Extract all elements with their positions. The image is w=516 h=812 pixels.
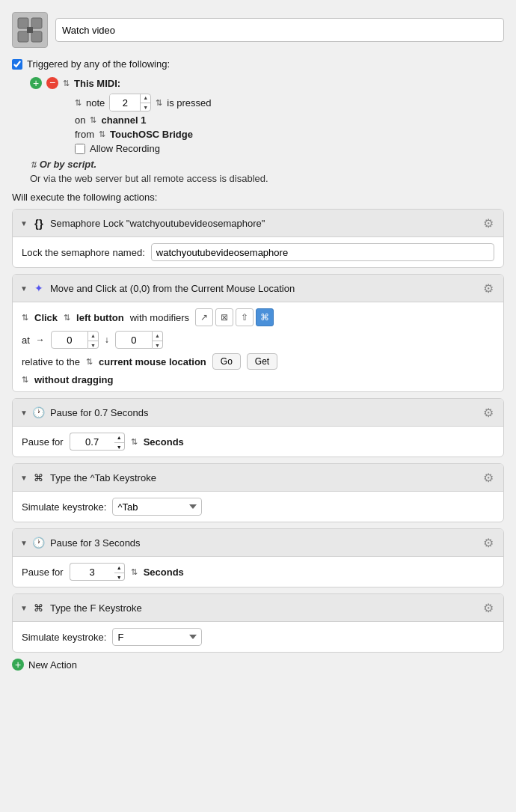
location-arrows: ⇅ [86, 357, 93, 367]
chevron-move-click[interactable]: ▼ [20, 284, 28, 293]
action-header-move-click: ▼ ✦ Move and Click at (0,0) from the Cur… [13, 275, 503, 302]
action-title-pause2: Pause for 3 Seconds [50, 537, 141, 549]
action-header-left: ▼ {} Semaphore Lock "watchyoutubevideose… [20, 216, 265, 230]
action-body-pause1: Pause for ▲ ▼ ⇅ Seconds [13, 427, 503, 457]
midi-section: + − ⇅ This MIDI: ⇅ note ▲ ▼ ⇅ is pressed… [30, 77, 504, 154]
modifiers-label: with modifiers [130, 312, 189, 323]
semaphore-row: Lock the semaphore named: [22, 243, 494, 261]
modifier-btn-ctrl[interactable]: ⊠ [215, 308, 233, 326]
pause1-stepper[interactable]: ▲ ▼ [114, 433, 125, 451]
gear-icon-type-f[interactable]: ⚙ [481, 600, 496, 615]
semaphore-input[interactable] [151, 243, 494, 261]
pause1-up[interactable]: ▲ [114, 433, 124, 443]
x-input[interactable] [51, 331, 88, 349]
action-body-semaphore: Lock the semaphore named: [13, 237, 503, 267]
chevron-pause1[interactable]: ▼ [20, 409, 28, 417]
gear-icon-pause1[interactable]: ⚙ [481, 405, 496, 420]
button-label: left button [76, 312, 124, 323]
pause1-input-wrap: ▲ ▼ [70, 433, 125, 451]
coords-row: at → ▲ ▼ ↓ ▲ ▼ [22, 331, 494, 349]
x-stepper[interactable]: ▲ ▼ [88, 331, 99, 349]
action-title-pause1: Pause for 0.7 Seconds [50, 407, 149, 418]
action-header-type-tab: ▼ ⌘ Type the ^Tab Keystroke ⚙ [13, 464, 503, 492]
drag-label: without dragging [34, 374, 113, 385]
x-down[interactable]: ▼ [88, 341, 98, 350]
is-pressed-label: ⇅ [156, 98, 162, 108]
chevron-type-f[interactable]: ▼ [20, 604, 28, 612]
button-arrows: ⇅ [64, 313, 70, 323]
or-script-label[interactable]: Or by script. [40, 159, 97, 170]
modifier-btn-nw[interactable]: ↗ [195, 308, 213, 326]
modifier-btn-cmd[interactable]: ⌘ [256, 308, 274, 326]
svg-rect-1 [31, 18, 42, 28]
note-input-wrap: ▲ ▼ [109, 94, 151, 112]
simulate-tab-label: Simulate keystroke: [22, 501, 106, 513]
keystroke-f-select[interactable]: F [112, 628, 202, 646]
lock-label: Lock the semaphore named: [22, 247, 145, 258]
pause2-down[interactable]: ▼ [114, 573, 124, 582]
new-action-add-btn[interactable]: + [12, 659, 24, 671]
svg-rect-0 [18, 18, 28, 28]
new-action-label[interactable]: New Action [28, 659, 77, 671]
pause2-stepper[interactable]: ▲ ▼ [114, 563, 125, 581]
action-header-pause1: ▼ 🕐 Pause for 0.7 Seconds ⚙ [13, 399, 503, 427]
action-body-pause2: Pause for ▲ ▼ ⇅ Seconds [13, 557, 503, 587]
channel-label[interactable]: channel 1 [101, 115, 146, 126]
add-trigger-btn[interactable]: + [30, 77, 42, 89]
action-header-semaphore: ▼ {} Semaphore Lock "watchyoutubevideose… [13, 210, 503, 237]
modifier-btn-shift[interactable]: ⇧ [236, 308, 254, 326]
click-arrows: ⇅ [22, 313, 28, 323]
y-up[interactable]: ▲ [153, 332, 162, 341]
triggered-checkbox[interactable] [12, 59, 22, 70]
pause1-arrows: ⇅ [131, 437, 138, 447]
action-body-type-tab: Simulate keystroke: ^Tab [13, 492, 503, 522]
keystroke-tab-wrap: ^Tab [112, 498, 202, 516]
note-stepper[interactable]: ▲ ▼ [140, 94, 150, 112]
remove-trigger-btn[interactable]: − [46, 77, 58, 89]
chevron-semaphore[interactable]: ▼ [20, 219, 28, 228]
svg-rect-2 [18, 31, 28, 42]
chevron-type-tab[interactable]: ▼ [20, 474, 28, 482]
pause1-row: Pause for ▲ ▼ ⇅ Seconds [22, 433, 494, 451]
pause1-icon: 🕐 [32, 406, 46, 419]
type-tab-icon: ⌘ [32, 471, 46, 484]
y-input[interactable] [115, 331, 153, 349]
pause2-up[interactable]: ▲ [114, 564, 124, 573]
action-card-type-f: ▼ ⌘ Type the F Keystroke ⚙ Simulate keys… [12, 593, 504, 653]
pause2-arrows: ⇅ [131, 567, 138, 577]
svg-rect-3 [31, 31, 42, 42]
pause2-icon: 🕐 [32, 536, 46, 549]
location-label: current mouse location [99, 356, 206, 367]
gear-icon-pause2[interactable]: ⚙ [481, 535, 496, 550]
svg-rect-4 [27, 27, 33, 33]
pause1-down[interactable]: ▼ [114, 443, 124, 452]
pause1-input[interactable] [70, 433, 114, 451]
note-up[interactable]: ▲ [141, 94, 150, 103]
source-label[interactable]: TouchOSC Bridge [110, 129, 193, 140]
gear-icon-semaphore[interactable]: ⚙ [481, 216, 496, 231]
chevron-pause2[interactable]: ▼ [20, 539, 28, 547]
x-up[interactable]: ▲ [88, 332, 98, 341]
title-input[interactable] [55, 18, 504, 42]
is-pressed-text: is pressed [167, 97, 211, 109]
drag-arrows: ⇅ [22, 375, 28, 385]
y-stepper[interactable]: ▲ ▼ [153, 331, 163, 349]
note-input[interactable] [110, 94, 140, 112]
will-execute-label: Will execute the following actions: [12, 192, 504, 203]
type-f-icon: ⌘ [32, 601, 46, 614]
relative-label: relative to the [22, 356, 80, 367]
get-button[interactable]: Get [247, 353, 277, 370]
pause2-input[interactable] [70, 563, 114, 581]
gear-icon-move-click[interactable]: ⚙ [481, 281, 496, 296]
allow-recording-label: Allow Recording [90, 143, 160, 154]
allow-recording-checkbox[interactable] [75, 144, 85, 154]
y-down[interactable]: ▼ [153, 341, 162, 350]
action-title-move-click: Move and Click at (0,0) from the Current… [50, 283, 295, 294]
note-down[interactable]: ▼ [141, 103, 150, 112]
go-button[interactable]: Go [212, 353, 241, 370]
gear-icon-type-tab[interactable]: ⚙ [481, 470, 496, 485]
action-card-pause2: ▼ 🕐 Pause for 3 Seconds ⚙ Pause for ▲ ▼ … [12, 528, 504, 587]
keystroke-tab-select[interactable]: ^Tab [112, 498, 202, 516]
pause1-unit: Seconds [144, 436, 184, 448]
or-script-row: ⇅ Or by script. [30, 159, 504, 170]
